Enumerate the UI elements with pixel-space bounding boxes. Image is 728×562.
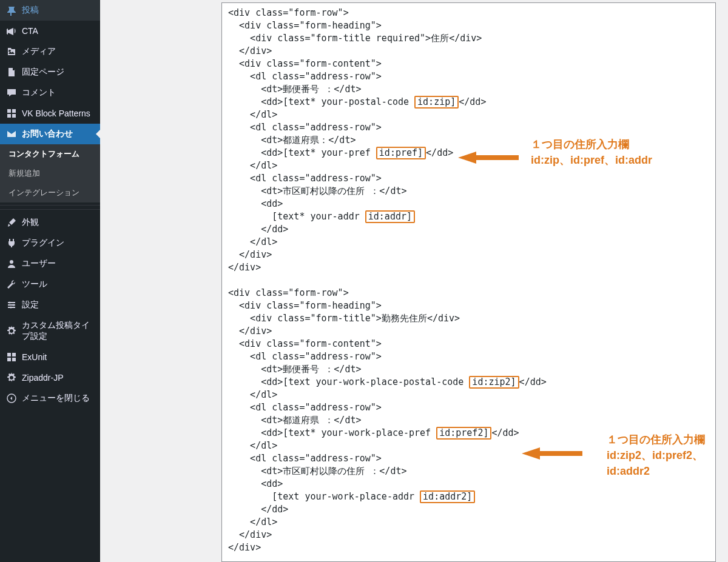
sidebar-item-pages[interactable]: 固定ページ (0, 62, 100, 82)
sidebar-item-label: CTA (22, 26, 38, 36)
sidebar-item-label: お問い合わせ (22, 129, 73, 139)
brush-icon (6, 217, 17, 228)
grid-icon (6, 352, 17, 363)
highlight-id-zip: id:zip] (414, 96, 459, 109)
highlight-id-addr: id:addr] (365, 210, 415, 223)
gear-icon (6, 372, 17, 383)
plug-icon (6, 238, 17, 249)
sidebar-item-label: 外観 (22, 217, 39, 228)
sidebar-item-exunit[interactable]: ExUnit (0, 347, 100, 367)
sidebar-item-label: コメント (22, 87, 56, 98)
sidebar-item-tools[interactable]: ツール (0, 274, 100, 295)
code-content: <div class="form-row"> <div class="form-… (228, 7, 709, 554)
sidebar-item-vk-patterns[interactable]: VK Block Patterns (0, 103, 100, 124)
menu-separator (0, 205, 100, 210)
app-root: 投稿CTAメディア固定ページコメントVK Block Patternsお問い合わ… (0, 0, 728, 562)
user-icon (6, 258, 17, 269)
highlight-id-addr2: id:addr2] (420, 490, 475, 503)
submenu-add-new[interactable]: 新規追加 (0, 164, 100, 183)
collapse-icon (6, 393, 17, 404)
submenu-contact-forms[interactable]: コンタクトフォーム (0, 144, 100, 164)
sidebar-item-label: ツール (22, 279, 47, 290)
gear-icon (6, 326, 17, 336)
sidebar-item-contact[interactable]: お問い合わせ (0, 124, 100, 144)
sidebar-item-label: ユーザー (22, 258, 56, 269)
comment-icon (6, 87, 17, 98)
contact-submenu: コンタクトフォーム 新規追加 インテグレーション (0, 144, 100, 202)
sidebar-item-label: メディア (22, 46, 56, 57)
form-template-editor[interactable]: <div class="form-row"> <div class="form-… (221, 2, 716, 562)
wrench-icon (6, 279, 17, 290)
sidebar-item-label: VK Block Patterns (22, 109, 90, 118)
highlight-id-zip2: id:zip2] (469, 376, 519, 389)
sidebar-item-zipaddr[interactable]: Zipaddr-JP (0, 367, 100, 388)
sidebar-item-comments[interactable]: コメント (0, 82, 100, 103)
admin-sidebar: 投稿CTAメディア固定ページコメントVK Block Patternsお問い合わ… (0, 0, 100, 562)
sidebar-item-label: プラグイン (22, 238, 64, 249)
sidebar-item-label: 投稿 (22, 5, 39, 16)
submenu-integration[interactable]: インテグレーション (0, 183, 100, 202)
sidebar-item-label: 設定 (22, 299, 39, 310)
page-icon (6, 67, 17, 78)
sidebar-item-plugins[interactable]: プラグイン (0, 233, 100, 253)
sidebar-item-settings[interactable]: 設定 (0, 295, 100, 315)
highlight-id-pref: id:pref] (376, 147, 426, 159)
grid-icon (6, 108, 17, 119)
media-icon (6, 46, 17, 57)
mail-icon (6, 129, 17, 139)
sidebar-item-posts[interactable]: 投稿 (0, 0, 100, 21)
sidebar-item-label: メニューを閉じる (22, 393, 90, 404)
sidebar-item-media[interactable]: メディア (0, 41, 100, 62)
sidebar-item-collapse[interactable]: メニューを閉じる (0, 388, 100, 409)
sidebar-item-label: 固定ページ (22, 67, 64, 78)
sidebar-item-appearance[interactable]: 外観 (0, 212, 100, 233)
sidebar-item-label: カスタム投稿タイプ設定 (22, 320, 94, 342)
sliders-icon (6, 299, 17, 310)
megaphone-icon (6, 25, 17, 36)
sidebar-item-label: ExUnit (22, 352, 47, 362)
sidebar-item-users[interactable]: ユーザー (0, 253, 100, 274)
sidebar-item-cta[interactable]: CTA (0, 21, 100, 41)
pin-icon (6, 5, 17, 16)
highlight-id-pref2: id:pref2] (436, 427, 491, 440)
main-content: <div class="form-row"> <div class="form-… (100, 0, 728, 562)
sidebar-item-cpt[interactable]: カスタム投稿タイプ設定 (0, 315, 100, 347)
sidebar-item-label: Zipaddr-JP (22, 373, 63, 383)
